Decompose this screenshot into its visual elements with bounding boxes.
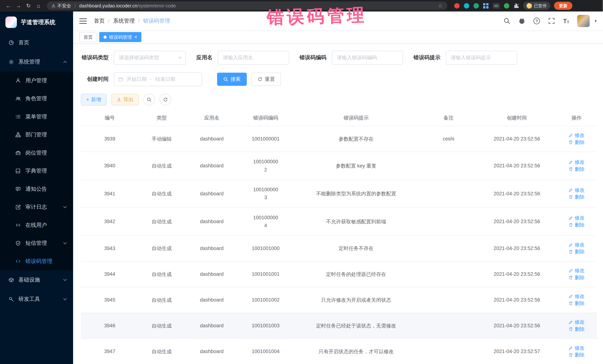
cell-message: 定时任务不存在 — [293, 236, 420, 261]
table-body: 3939手动编辑dashboard1001000001参数配置不存在ceshi2… — [81, 126, 597, 364]
fullscreen-icon[interactable] — [548, 17, 555, 24]
sidebar-item-dictionary[interactable]: 字典管理 — [0, 162, 73, 180]
edit-button[interactable]: 修改 — [568, 267, 585, 274]
cell-type: 手动编辑 — [139, 126, 185, 152]
sidebar-group-sms[interactable]: 短信管理 — [0, 234, 73, 253]
edit-button[interactable]: 修改 — [568, 345, 585, 351]
edit-button[interactable]: 修改 — [568, 215, 585, 221]
sidebar-item-users[interactable]: 用户管理 — [0, 72, 73, 90]
sidebar-item-departments[interactable]: 部门管理 — [0, 126, 73, 144]
breadcrumb: 首页 / 系统管理 / 错误码管理 — [94, 17, 170, 25]
browser-forward-icon[interactable]: → — [14, 1, 23, 10]
table-row: 3942自动生成dashboard100100000 4不允许获取敏感配置到前端… — [81, 208, 597, 236]
extension-icon[interactable] — [454, 3, 460, 9]
edit-label: 修改 — [575, 293, 585, 300]
app-name-input[interactable] — [218, 51, 289, 65]
extensions-area: on — [454, 3, 519, 9]
delete-button[interactable]: 删除 — [568, 166, 585, 173]
sidebar-group-infrastructure[interactable]: 基础设施 — [0, 270, 73, 290]
delete-button[interactable]: 删除 — [568, 248, 585, 255]
tab-close-icon[interactable]: × — [134, 35, 137, 40]
edit-button[interactable]: 修改 — [568, 293, 585, 300]
cell-type: 自动生成 — [139, 287, 185, 313]
header-actions: ? TT ▾ — [503, 15, 597, 27]
sidebar-item-menus[interactable]: 菜单管理 — [0, 108, 73, 126]
sidebar-item-posts[interactable]: 岗位管理 — [0, 144, 73, 162]
signal-icon — [15, 222, 21, 228]
delete-icon — [568, 223, 573, 227]
delete-button[interactable]: 删除 — [568, 300, 585, 307]
font-size-icon[interactable]: TT — [563, 18, 569, 24]
browser-home-icon[interactable]: ⌂ — [34, 1, 43, 10]
extension-icon[interactable] — [474, 3, 479, 9]
security-label[interactable]: 不安全 — [57, 3, 71, 9]
delete-button[interactable]: 删除 — [568, 274, 585, 281]
delete-label: 删除 — [575, 248, 585, 255]
address-bar[interactable]: ⚠ 不安全 dashboard.yudao.iocoder.cn /system… — [47, 1, 447, 10]
delete-label: 删除 — [575, 139, 585, 146]
bookmark-star-icon[interactable]: ☆ — [438, 3, 443, 9]
delete-button[interactable]: 删除 — [568, 352, 585, 358]
tab-error-codes[interactable]: 错误码管理 × — [99, 32, 141, 42]
refresh-table-button[interactable] — [160, 94, 171, 105]
error-code-input[interactable] — [332, 51, 403, 65]
date-range-picker[interactable]: 开始日期 - 结束日期 — [114, 72, 202, 86]
sidebar-item-error-codes[interactable]: 错误码管理 — [0, 252, 73, 270]
app-logo[interactable]: 芋道管理系统 — [0, 11, 73, 33]
sidebar-item-home[interactable]: 首页 — [0, 33, 73, 52]
reset-button[interactable]: 重置 — [251, 73, 281, 86]
edit-icon — [568, 160, 573, 165]
caret-down-icon[interactable]: ▾ — [595, 19, 597, 23]
error-type-select[interactable]: 请选择错误码类型 — [114, 51, 186, 65]
breadcrumb-system[interactable]: 系统管理 — [113, 17, 135, 25]
error-message-input[interactable] — [446, 51, 517, 65]
delete-button[interactable]: 删除 — [568, 222, 585, 228]
delete-button[interactable]: 删除 — [568, 326, 585, 332]
extension-icon[interactable]: on — [493, 3, 500, 9]
sidebar-item-online-users[interactable]: 在线用户 — [0, 216, 73, 234]
breadcrumb-home[interactable]: 首页 — [94, 17, 105, 25]
table-row: 3944自动生成dashboard1001001001定时任务的处理器已经存在2… — [81, 261, 597, 287]
delete-button[interactable]: 删除 — [568, 194, 585, 200]
cell-message: 定时任务的处理器已经存在 — [293, 261, 420, 287]
edit-button[interactable]: 修改 — [568, 159, 585, 165]
github-icon[interactable] — [518, 17, 525, 24]
announcement-icon — [15, 186, 21, 192]
extension-icon[interactable] — [483, 3, 488, 9]
sidebar-item-notices[interactable]: 通知公告 — [0, 180, 73, 198]
cell-code: 1001001000 — [239, 236, 293, 261]
code-icon — [15, 259, 21, 264]
extension-icon[interactable] — [464, 3, 469, 9]
sidebar-group-audit-log[interactable]: 审计日志 — [0, 198, 73, 216]
sidebar-group-dev-tools[interactable]: 研发工具 — [0, 289, 73, 309]
cell-type: 自动生成 — [139, 236, 185, 261]
tab-home[interactable]: 首页 — [79, 32, 97, 42]
search-button[interactable]: 搜索 — [217, 73, 247, 86]
delete-label: 删除 — [575, 326, 585, 332]
edit-button[interactable]: 修改 — [568, 187, 585, 194]
cell-actions: 修改删除 — [556, 126, 597, 152]
export-button[interactable]: 导出 — [111, 94, 139, 105]
edit-button[interactable]: 修改 — [568, 132, 585, 139]
sidebar-group-system[interactable]: 系统管理 — [0, 52, 73, 72]
user-avatar[interactable] — [577, 15, 590, 27]
edit-button[interactable]: 修改 — [568, 242, 585, 248]
delete-button[interactable]: 删除 — [568, 139, 585, 146]
browser-back-icon[interactable]: ← — [4, 1, 13, 10]
sidebar-item-roles[interactable]: 角色管理 — [0, 89, 73, 108]
show-search-button[interactable] — [143, 94, 155, 105]
search-icon[interactable] — [503, 17, 510, 24]
delete-icon — [568, 140, 573, 144]
edit-label: 修改 — [575, 345, 585, 351]
cell-actions: 修改删除 — [556, 287, 597, 313]
profile-chip[interactable]: 已暂停 — [523, 2, 550, 10]
help-icon[interactable]: ? — [533, 18, 540, 24]
filter-row-2: 创建时间 开始日期 - 结束日期 搜索 重置 — [81, 72, 595, 86]
add-button[interactable]: + 新增 — [81, 94, 106, 105]
edit-button[interactable]: 修改 — [568, 319, 585, 325]
sidebar-collapse-icon[interactable] — [79, 18, 87, 24]
extension-icon[interactable] — [504, 3, 509, 9]
browser-reload-icon[interactable]: ↻ — [24, 1, 33, 10]
extensions-puzzle-icon[interactable] — [514, 3, 519, 9]
browser-update-button[interactable]: 更新 — [554, 2, 573, 10]
